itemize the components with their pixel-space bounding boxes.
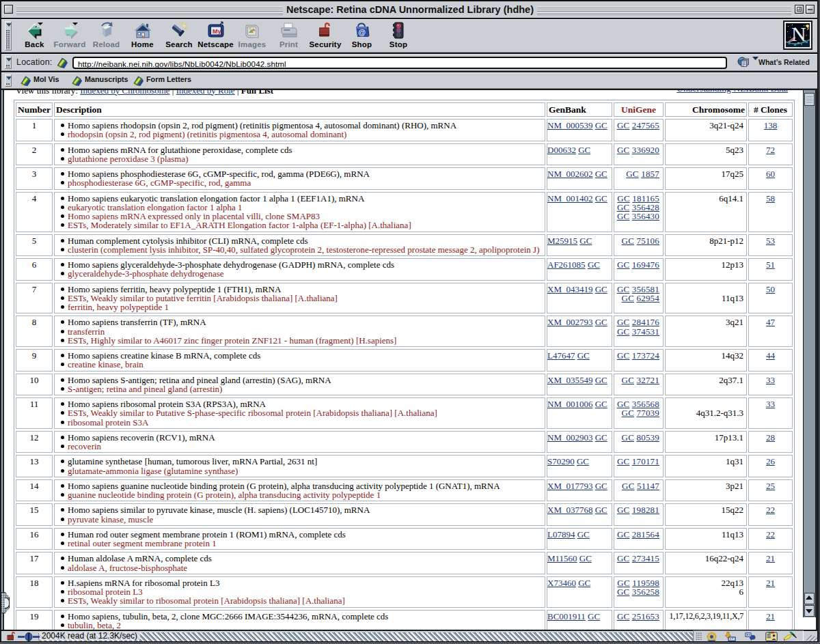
svg-text:@: @ xyxy=(358,28,366,36)
svg-text:My: My xyxy=(213,27,221,34)
